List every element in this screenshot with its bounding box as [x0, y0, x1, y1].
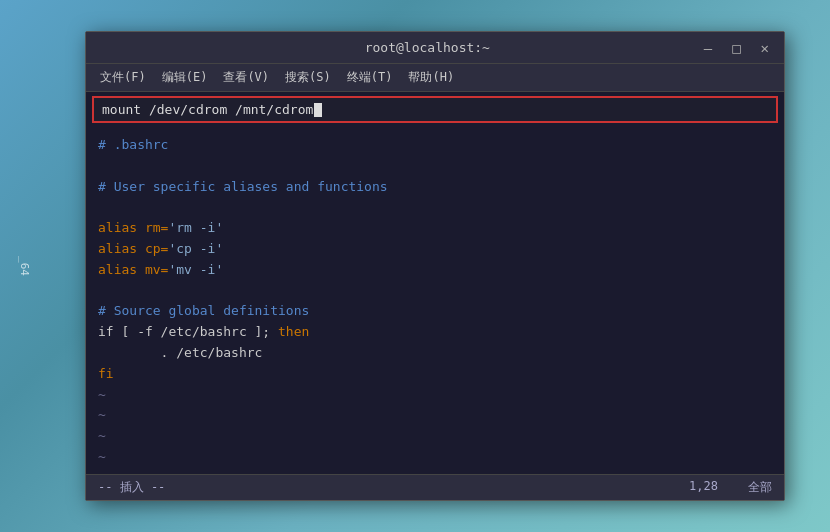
menubar: 文件(F) 编辑(E) 查看(V) 搜索(S) 终端(T) 帮助(H): [86, 64, 784, 92]
line-alias-mv: alias mv='mv -i': [98, 260, 772, 281]
minimize-button[interactable]: —: [699, 39, 717, 57]
line-if: if [ -f /etc/bashrc ]; then: [98, 322, 772, 343]
line-3: # User specific aliases and functions: [98, 177, 772, 198]
tilde: ~: [98, 385, 106, 406]
line-empty-2: [98, 197, 772, 218]
status-position: 1,28: [689, 479, 718, 496]
maximize-button[interactable]: □: [727, 39, 745, 57]
line-text: fi: [98, 364, 114, 385]
menu-terminal[interactable]: 终端(T): [341, 67, 399, 88]
line-empty-1: [98, 156, 772, 177]
line-text: # .bashrc: [98, 135, 168, 156]
menu-view[interactable]: 查看(V): [217, 67, 275, 88]
desktop-label: _64: [18, 256, 31, 276]
line-text: # User specific aliases and functions: [98, 177, 388, 198]
line-empty-3: [98, 281, 772, 302]
command-text: mount /dev/cdrom /mnt/cdrom: [102, 102, 313, 117]
line-source-comment: # Source global definitions: [98, 301, 772, 322]
window-title: root@localhost:~: [156, 40, 699, 55]
status-mode: -- 插入 --: [98, 479, 165, 496]
line-fi: fi: [98, 364, 772, 385]
line-alias-rm: alias rm='rm -i': [98, 218, 772, 239]
line-t2: ~: [98, 405, 772, 426]
line-t3: ~: [98, 426, 772, 447]
line-text: . /etc/bashrc: [98, 343, 262, 364]
command-bar[interactable]: mount /dev/cdrom /mnt/cdrom: [92, 96, 778, 123]
close-button[interactable]: ✕: [756, 39, 774, 57]
statusbar: -- 插入 -- 1,28 全部: [86, 474, 784, 500]
menu-edit[interactable]: 编辑(E): [156, 67, 214, 88]
line-text: # Source global definitions: [98, 301, 309, 322]
line-t4: ~: [98, 447, 772, 468]
window-controls: — □ ✕: [699, 39, 774, 57]
menu-search[interactable]: 搜索(S): [279, 67, 337, 88]
line-text: alias cp='cp -i': [98, 239, 223, 260]
command-line: mount /dev/cdrom /mnt/cdrom: [102, 102, 768, 117]
menu-help[interactable]: 帮助(H): [402, 67, 460, 88]
line-text: if [ -f /etc/bashrc ]; then: [98, 322, 309, 343]
tilde: ~: [98, 447, 106, 468]
terminal-window: root@localhost:~ — □ ✕ 文件(F) 编辑(E) 查看(V)…: [85, 31, 785, 501]
line-1: # .bashrc: [98, 135, 772, 156]
cursor: [314, 103, 322, 117]
tilde: ~: [98, 405, 106, 426]
tilde: ~: [98, 426, 106, 447]
line-text: alias rm='rm -i': [98, 218, 223, 239]
line-source: . /etc/bashrc: [98, 343, 772, 364]
line-t1: ~: [98, 385, 772, 406]
editor-area[interactable]: # .bashrc # User specific aliases and fu…: [86, 127, 784, 474]
titlebar: root@localhost:~ — □ ✕: [86, 32, 784, 64]
status-right: 1,28 全部: [689, 479, 772, 496]
status-view: 全部: [748, 479, 772, 496]
menu-file[interactable]: 文件(F): [94, 67, 152, 88]
line-text: alias mv='mv -i': [98, 260, 223, 281]
line-alias-cp: alias cp='cp -i': [98, 239, 772, 260]
